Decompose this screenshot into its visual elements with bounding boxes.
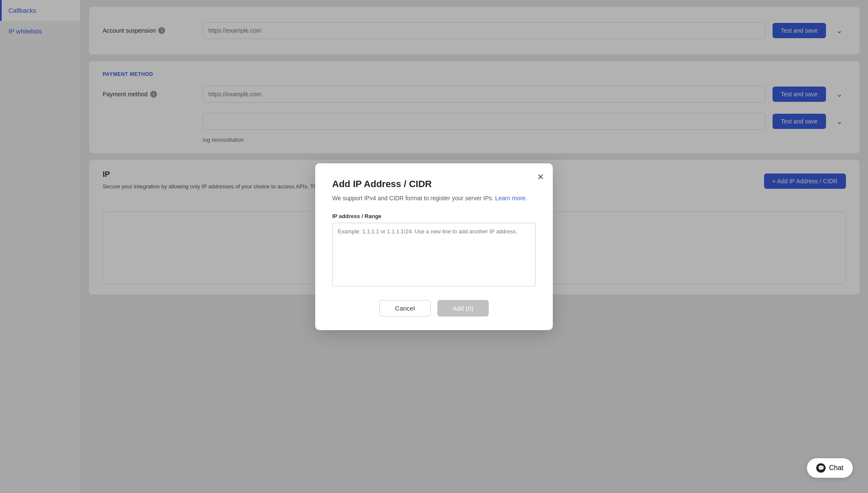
add-ip-modal: ✕ Add IP Address / CIDR We support IPv4 … xyxy=(315,163,553,330)
modal-description: We support IPv4 and CIDR format to regis… xyxy=(332,194,536,203)
modal-title: Add IP Address / CIDR xyxy=(332,179,536,190)
chat-icon xyxy=(816,463,826,473)
chat-label: Chat xyxy=(829,464,843,472)
cancel-button[interactable]: Cancel xyxy=(379,300,431,317)
modal-overlay: ✕ Add IP Address / CIDR We support IPv4 … xyxy=(0,0,868,493)
modal-learn-more-link[interactable]: Learn more. xyxy=(495,195,527,202)
add-button[interactable]: Add (0) xyxy=(437,300,489,317)
modal-actions: Cancel Add (0) xyxy=(332,300,536,317)
ip-range-textarea[interactable] xyxy=(332,223,536,286)
modal-close-button[interactable]: ✕ xyxy=(537,172,544,182)
ip-field-label: IP address / Range xyxy=(332,213,536,219)
chat-button[interactable]: Chat xyxy=(807,458,853,478)
